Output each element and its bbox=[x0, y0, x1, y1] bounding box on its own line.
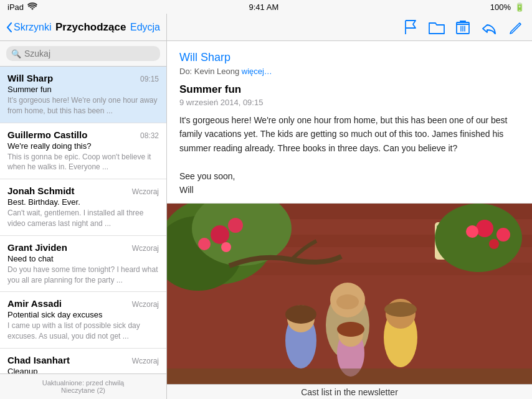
sidebar-nav: Skrzynki Przychodzące Edycja bbox=[0, 14, 167, 40]
sender-name: Will Sharp bbox=[7, 73, 53, 83]
mail-item-header: Jonah Schmidt Wczoraj bbox=[7, 185, 159, 196]
sender-name: Grant Jividen bbox=[7, 242, 67, 253]
detail-pane: Will Sharp Do: Kevin Leong więcej… Summe… bbox=[167, 41, 532, 399]
status-right: 100% 🔋 bbox=[490, 2, 525, 12]
mail-time: 08:32 bbox=[140, 131, 159, 140]
detail-to: Do: Kevin Leong więcej… bbox=[179, 67, 520, 76]
battery-percent: 100% bbox=[490, 2, 511, 12]
app-container: Skrzynki Przychodzące Edycja bbox=[0, 14, 532, 399]
detail-subject: Summer fun bbox=[179, 83, 520, 96]
mail-item-header: Chad Isanhart Wczoraj bbox=[7, 355, 159, 365]
reply-button[interactable] bbox=[481, 21, 497, 34]
detail-nav bbox=[167, 14, 532, 40]
status-left: iPad bbox=[7, 2, 37, 12]
sender-name: Chad Isanhart bbox=[7, 355, 70, 365]
mail-time: Wczoraj bbox=[132, 300, 159, 309]
content-row: 🔍 Will Sharp 09:15 Summer fun It's gorge… bbox=[0, 41, 532, 399]
detail-bottom-bar: Cast list in the newsletter bbox=[167, 384, 532, 399]
sidebar-title: Przychodzące bbox=[55, 21, 126, 34]
detail-header: Will Sharp Do: Kevin Leong więcej… Summe… bbox=[167, 41, 532, 204]
sidebar: 🔍 Will Sharp 09:15 Summer fun It's gorge… bbox=[0, 41, 167, 399]
status-bar: iPad 9:41 AM 100% 🔋 bbox=[0, 0, 532, 14]
mail-subject: Need to chat bbox=[7, 254, 159, 263]
mail-subject: Summer fun bbox=[7, 85, 159, 94]
time-display: 9:41 AM bbox=[249, 2, 279, 12]
svg-point-29 bbox=[285, 305, 316, 324]
svg-point-11 bbox=[198, 238, 211, 250]
mail-subject: Potential sick day excuses bbox=[7, 310, 159, 319]
sender-name: Guillermo Castillo bbox=[7, 129, 87, 140]
list-item[interactable]: Will Sharp 09:15 Summer fun It's gorgeou… bbox=[0, 67, 166, 123]
mail-subject: Cleanup bbox=[7, 367, 159, 373]
detail-body: It's gorgeous here! We're only one hour … bbox=[179, 113, 520, 197]
svg-rect-36 bbox=[167, 368, 532, 384]
svg-point-22 bbox=[466, 225, 478, 238]
svg-point-20 bbox=[476, 220, 493, 237]
mail-preview: Can't wait, gentlemen. I installed all t… bbox=[7, 208, 159, 229]
svg-point-9 bbox=[211, 225, 229, 244]
mail-item-header: Guillermo Castillo 08:32 bbox=[7, 129, 159, 140]
mail-preview: Do you have some time tonight? I heard w… bbox=[7, 265, 159, 286]
edit-button[interactable]: Edycja bbox=[130, 22, 160, 33]
back-button[interactable]: Skrzynki bbox=[6, 22, 51, 33]
svg-point-35 bbox=[337, 322, 364, 337]
sender-name: Jonah Schmidt bbox=[7, 185, 75, 196]
svg-point-32 bbox=[384, 302, 417, 317]
svg-point-26 bbox=[336, 294, 359, 309]
mail-subject: We're really doing this? bbox=[7, 141, 159, 151]
svg-point-23 bbox=[489, 239, 499, 249]
compose-button[interactable] bbox=[508, 19, 525, 35]
mail-preview: I came up with a list of possible sick d… bbox=[7, 321, 159, 342]
mail-time: Wczoraj bbox=[132, 187, 159, 196]
detail-to-label: Do: Kevin Leong bbox=[179, 67, 239, 76]
detail-date: 9 wrzesień 2014, 09:15 bbox=[179, 98, 520, 107]
footer-line1: Uaktualnione: przed chwilą bbox=[5, 379, 161, 387]
mail-preview: This is gonna be epic. Coop won't believ… bbox=[7, 152, 159, 173]
list-item[interactable]: Guillermo Castillo 08:32 We're really do… bbox=[0, 123, 166, 180]
sidebar-footer: Uaktualnione: przed chwilą Nieczytane (2… bbox=[0, 373, 166, 399]
list-item[interactable]: Chad Isanhart Wczoraj Cleanup Hey, dude.… bbox=[0, 349, 166, 373]
detail-sender: Will Sharp bbox=[179, 51, 520, 64]
ipad-label: iPad bbox=[7, 2, 24, 12]
bottom-bar-text: Cast list in the newsletter bbox=[301, 387, 398, 397]
mail-time: Wczoraj bbox=[132, 244, 159, 253]
search-bar: 🔍 bbox=[0, 41, 166, 67]
mail-item-header: Grant Jividen Wczoraj bbox=[7, 242, 159, 253]
back-label: Skrzynki bbox=[14, 22, 51, 33]
battery-icon: 🔋 bbox=[515, 2, 525, 12]
mail-subject: Best. Birthday. Ever. bbox=[7, 197, 159, 207]
search-input-wrap[interactable]: 🔍 bbox=[6, 46, 160, 61]
mail-item-header: Will Sharp 09:15 bbox=[7, 73, 159, 83]
list-item[interactable]: Amir Assadi Wczoraj Potential sick day e… bbox=[0, 292, 166, 349]
status-center: 9:41 AM bbox=[249, 2, 279, 12]
flag-button[interactable] bbox=[404, 19, 417, 35]
list-item[interactable]: Grant Jividen Wczoraj Need to chat Do yo… bbox=[0, 236, 166, 293]
folder-button[interactable] bbox=[429, 21, 445, 34]
footer-line2: Nieczytane (2) bbox=[5, 387, 161, 394]
list-item[interactable]: Jonah Schmidt Wczoraj Best. Birthday. Ev… bbox=[0, 179, 166, 236]
trash-button[interactable] bbox=[456, 19, 470, 35]
mail-preview: It's gorgeous here! We're only one hour … bbox=[7, 95, 159, 116]
svg-point-10 bbox=[228, 218, 243, 233]
search-icon: 🔍 bbox=[11, 49, 21, 59]
wifi-icon bbox=[27, 2, 37, 12]
nav-row: Skrzynki Przychodzące Edycja bbox=[0, 14, 532, 41]
mail-time: 09:15 bbox=[140, 75, 159, 83]
sender-name: Amir Assadi bbox=[7, 298, 62, 309]
mail-time: Wczoraj bbox=[132, 357, 159, 365]
more-link[interactable]: więcej… bbox=[242, 67, 272, 76]
svg-point-21 bbox=[496, 228, 510, 242]
search-input[interactable] bbox=[24, 49, 155, 59]
svg-point-12 bbox=[221, 242, 231, 252]
mail-item-header: Amir Assadi Wczoraj bbox=[7, 298, 159, 309]
email-photo: 14 bbox=[167, 204, 532, 384]
mail-list: Will Sharp 09:15 Summer fun It's gorgeou… bbox=[0, 67, 166, 373]
